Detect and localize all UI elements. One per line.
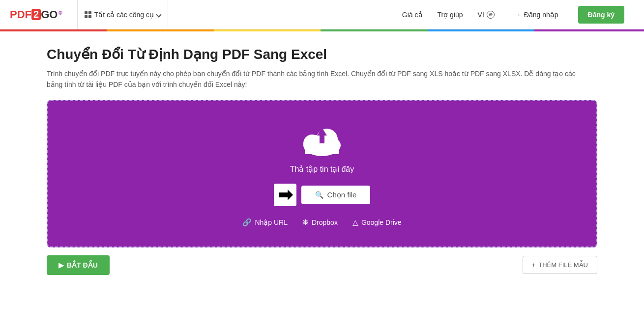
grid-icon [85,11,91,18]
choose-file-label: Chọn file [327,191,357,199]
chevron-down-icon [156,12,161,17]
plus-icon: + [532,261,536,269]
lang-label: VI [478,11,484,19]
main-content: Chuyển Đổi Từ Định Dạng PDF Sang Excel T… [0,31,644,290]
dropbox-icon: ❋ [302,218,309,227]
cloud-upload-icon [300,121,344,158]
arrow-right-icon: ➡ [274,184,296,206]
link-icon: 🔗 [242,218,252,227]
choose-file-button[interactable]: 🔍 Chọn file [301,186,371,204]
page-description: Trình chuyển đổi PDF trực tuyến này cho … [47,68,587,90]
url-label: Nhập URL [255,218,288,226]
google-drive-icon: △ [352,218,358,227]
source-links: 🔗 Nhập URL ❋ Dropbox △ Google Drive [242,218,401,227]
choose-file-row: ➡ 🔍 Chọn file [274,184,371,206]
start-label: BẮT ĐẦU [67,261,98,269]
logo[interactable]: PDF 2 GO ® [10,8,62,21]
login-arrow-icon: → [514,11,521,19]
nav-help[interactable]: Trợ giúp [438,11,463,19]
logo-go: GO [41,8,58,21]
action-bar: ▶ BẮT ĐẦU + THÊM FILE MẪU [47,255,597,275]
tools-menu-button[interactable]: Tất cả các công cụ [77,0,168,29]
dropbox-link[interactable]: ❋ Dropbox [302,218,338,227]
nav-price[interactable]: Giá cả [402,11,423,19]
tools-menu-label: Tất cả các công cụ [94,11,154,19]
header-nav: Giá cả Trợ giúp VI ⊕ → Đăng nhập Đăng ký [402,6,624,24]
login-button[interactable]: → Đăng nhập [509,11,563,19]
search-icon: 🔍 [315,191,323,199]
drop-text: Thả tập tin tại đây [290,164,354,174]
add-sample-button[interactable]: + THÊM FILE MẪU [523,256,597,274]
dropbox-label: Dropbox [312,218,338,226]
google-drive-link[interactable]: △ Google Drive [352,218,402,227]
url-link[interactable]: 🔗 Nhập URL [242,218,288,227]
header: PDF 2 GO ® Tất cả các công cụ Giá cả Trợ… [0,0,644,29]
logo-text: PDF 2 GO ® [10,8,62,21]
start-arrow-icon: ▶ [59,261,64,269]
globe-icon: ⊕ [487,11,495,19]
google-drive-label: Google Drive [361,218,402,226]
logo-2: 2 [31,9,41,20]
add-sample-label: THÊM FILE MẪU [538,261,588,269]
logo-pdf: PDF [10,8,31,21]
signup-button[interactable]: Đăng ký [578,6,624,24]
svg-rect-3 [305,144,339,154]
page-title: Chuyển Đổi Từ Định Dạng PDF Sang Excel [47,46,597,62]
start-button[interactable]: ▶ BẮT ĐẦU [47,255,110,275]
language-selector[interactable]: VI ⊕ [478,11,495,19]
login-label: Đăng nhập [524,11,558,19]
logo-dot: ® [59,10,62,16]
upload-area[interactable]: Thả tập tin tại đây ➡ 🔍 Chọn file 🔗 Nhập… [47,100,597,247]
